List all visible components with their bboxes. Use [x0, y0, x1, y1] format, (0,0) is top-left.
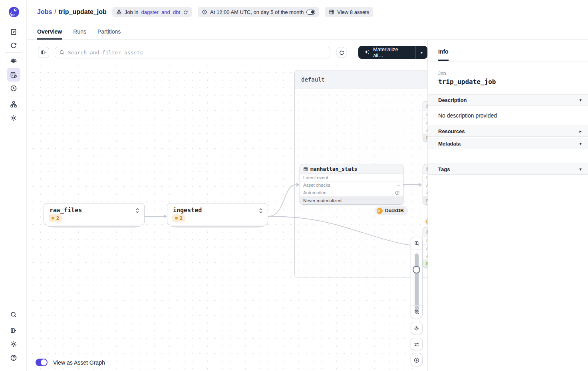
- badge-label: Job in: [125, 9, 139, 15]
- dagster-logo-icon[interactable]: [8, 6, 20, 18]
- sidebar-divider: [5, 96, 22, 96]
- sidebar-divider: [5, 322, 22, 322]
- asset-node-manhattan-stats[interactable]: manhattan_stats Latest event Asset check…: [300, 164, 403, 205]
- job-type-label: Job: [438, 71, 578, 76]
- toggle-switch[interactable]: [36, 359, 48, 366]
- graph-toolbar: Materialize all… ▾: [27, 40, 427, 65]
- job-summary: Job trip_update_job: [428, 62, 588, 94]
- sidebar-item-automation[interactable]: [7, 111, 20, 125]
- asset-node-clipped-top[interactable]: Latest event Asset checks Automation Nev…: [423, 101, 427, 142]
- sidebar-item-runs[interactable]: [7, 39, 20, 52]
- chevron-down-icon: ▾: [579, 141, 582, 146]
- zoom-controls: [411, 237, 423, 318]
- section-resources[interactable]: Resources ▸: [428, 126, 588, 137]
- zoom-in-button[interactable]: [411, 237, 422, 249]
- sidebar-item-catalog[interactable]: [7, 25, 20, 39]
- expand-panel-icon[interactable]: [7, 324, 20, 337]
- stack-shadow: [175, 227, 260, 228]
- page-title: trip_update_job: [59, 8, 107, 16]
- sidebar-item-deployment[interactable]: [7, 54, 20, 68]
- zoom-slider-handle[interactable]: [413, 266, 420, 273]
- job-name: trip_update_job: [438, 78, 578, 86]
- clock-icon: [395, 190, 400, 195]
- settings-gear-icon[interactable]: [7, 337, 20, 351]
- asset-count-badge: 2: [49, 214, 62, 222]
- job-location-badge[interactable]: Job in dagster_and_dbt: [112, 7, 192, 17]
- arrow-down-circle-icon: [413, 357, 420, 363]
- stack-shadow: [171, 226, 264, 227]
- search-input[interactable]: [68, 50, 326, 56]
- breadcrumb-separator: /: [54, 8, 56, 16]
- view-assets-badge[interactable]: View 8 assets: [325, 7, 373, 17]
- asset-row-latest-event: Latest event: [300, 174, 403, 182]
- stack-shadow: [48, 226, 140, 227]
- materialize-all-button[interactable]: Materialize all… ▾: [358, 46, 427, 59]
- sidebar: [0, 0, 27, 371]
- materialize-dropdown-button[interactable]: ▾: [415, 46, 427, 59]
- kind-tag-duckdb[interactable]: DuckDB: [375, 206, 408, 215]
- chevron-down-icon: ▾: [579, 98, 582, 103]
- zoom-out-icon: [414, 309, 420, 315]
- sidebar-item-lineage[interactable]: [7, 98, 20, 111]
- zoom-in-icon: [414, 240, 420, 246]
- asset-group-node-ingested[interactable]: ingested 2: [167, 203, 268, 225]
- description-body: No description provided: [428, 106, 588, 126]
- table-icon: [303, 167, 308, 172]
- tab-overview[interactable]: Overview: [37, 24, 62, 39]
- asset-group-node-raw-files[interactable]: raw_files 2: [44, 203, 145, 225]
- stack-shadow: [52, 227, 136, 228]
- collapse-panel-button[interactable]: [38, 47, 49, 58]
- tab-runs[interactable]: Runs: [73, 24, 86, 39]
- zoom-slider-track[interactable]: [415, 253, 419, 313]
- code-location-link[interactable]: dagster_and_dbt: [141, 9, 181, 15]
- asset-node-clipped-bottom[interactable]: Latest event Asset checks Automation Mat…: [423, 227, 427, 268]
- view-as-asset-graph-toggle: View as Asset Graph: [36, 359, 105, 366]
- duckdb-icon: [377, 208, 383, 214]
- breadcrumb-jobs-link[interactable]: Jobs: [37, 8, 52, 16]
- zoom-out-button[interactable]: [411, 305, 422, 318]
- schedule-toggle[interactable]: [306, 10, 315, 15]
- info-panel-tabs: Info: [428, 40, 588, 62]
- status-dot: [52, 217, 54, 219]
- chevron-right-icon: ▸: [579, 129, 582, 134]
- page-tabs: Overview Runs Partitions: [27, 24, 588, 40]
- section-metadata[interactable]: Metadata ▾: [428, 138, 588, 149]
- help-icon[interactable]: [7, 351, 20, 365]
- unfold-icon[interactable]: [135, 207, 140, 215]
- refresh-button[interactable]: [336, 47, 347, 58]
- section-tags[interactable]: Tags ▾: [428, 164, 588, 175]
- metadata-empty-body: [428, 149, 588, 164]
- section-description[interactable]: Description ▾: [428, 94, 588, 106]
- refresh-icon: [339, 50, 345, 56]
- breadcrumb: Jobs / trip_update_job: [37, 8, 107, 16]
- info-panel: Info Job trip_update_job Description ▾ N…: [427, 40, 588, 371]
- sidebar-item-jobs[interactable]: [7, 68, 20, 82]
- tab-info[interactable]: Info: [438, 48, 449, 55]
- asset-graph-canvas[interactable]: default: [27, 65, 427, 371]
- checks-value: –: [397, 183, 400, 187]
- clock-icon: [202, 9, 207, 15]
- graph-settings-button[interactable]: [411, 322, 423, 334]
- reload-icon[interactable]: [183, 10, 188, 15]
- unfold-icon[interactable]: [258, 207, 264, 215]
- graph-filters-button[interactable]: [411, 338, 423, 350]
- table-icon: [329, 9, 334, 15]
- hierarchy-icon: [116, 9, 122, 15]
- asset-count-badge: 2: [172, 214, 185, 222]
- schedule-badge[interactable]: At 12:00 AM UTC, on day 5 of the month: [198, 7, 319, 17]
- kind-tag-label: DuckDB: [385, 208, 404, 213]
- asset-node-clipped-middle[interactable]: Latest event Asset checks Automation Nev…: [423, 164, 427, 205]
- status-dot: [175, 217, 178, 219]
- sliders-icon: [413, 341, 420, 347]
- search-icon[interactable]: [7, 308, 20, 321]
- recenter-button[interactable]: [411, 354, 423, 366]
- asset-search[interactable]: [55, 47, 330, 58]
- chevron-down-icon: ▾: [579, 167, 582, 172]
- asset-row-checks: Asset checks –: [300, 182, 403, 189]
- sidebar-item-schedules[interactable]: [7, 82, 20, 95]
- page-header: Jobs / trip_update_job Job in dagster_an…: [27, 0, 588, 24]
- sparkle-icon: [364, 50, 370, 56]
- tab-partitions[interactable]: Partitions: [97, 24, 121, 39]
- schedule-label: At 12:00 AM UTC, on day 5 of the month: [210, 9, 304, 15]
- sidebar-divider: [5, 52, 22, 53]
